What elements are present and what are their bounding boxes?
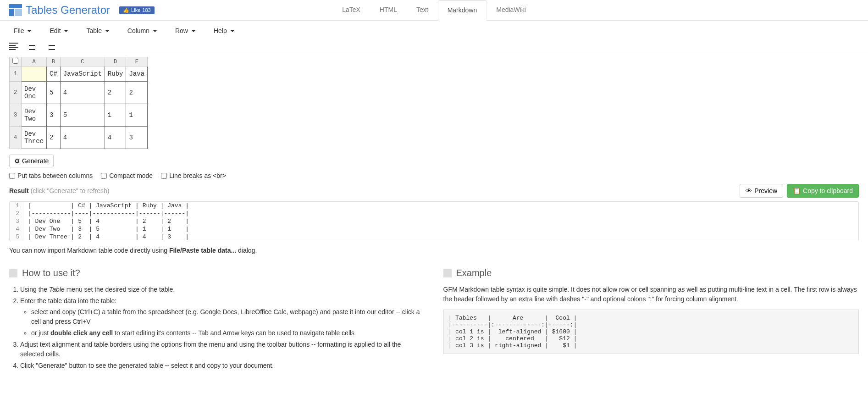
fb-like-button[interactable]: 👍 Like 183 <box>119 6 155 14</box>
compact-checkbox[interactable] <box>101 173 107 179</box>
tab-text[interactable]: Text <box>407 0 438 21</box>
howto-item: Using the Table menu set the desired siz… <box>20 285 425 294</box>
format-tabs: LaTeXHTMLTextMarkdownMediaWiki <box>332 0 536 21</box>
align-center-button[interactable] <box>28 43 37 50</box>
clipboard-icon: 📋 <box>793 187 801 194</box>
svg-rect-0 <box>9 4 22 8</box>
howto-title: How to use it? <box>9 268 425 278</box>
grid-cell[interactable]: 1 <box>126 104 148 127</box>
line-number: 4 <box>10 225 23 233</box>
grid-cell[interactable]: 3 <box>47 104 61 127</box>
grid-cell[interactable]: JavaScript <box>60 66 105 82</box>
preview-button[interactable]: 👁Preview <box>740 184 783 198</box>
caret-down-icon <box>231 30 234 32</box>
br-option[interactable]: Line breaks as <br> <box>161 172 226 179</box>
code-text: | Dev Three | 2 | 4 | 4 | 3 | <box>23 233 194 241</box>
menu-table[interactable]: Table <box>82 24 113 37</box>
align-toolbar <box>0 41 868 52</box>
line-number: 3 <box>10 217 23 225</box>
grid-cell[interactable]: 5 <box>47 82 61 104</box>
compact-option[interactable]: Compact mode <box>101 172 153 179</box>
caret-down-icon <box>192 30 195 32</box>
tabs-option[interactable]: Put tabs between columns <box>9 172 93 179</box>
tabs-checkbox[interactable] <box>9 173 15 179</box>
grid-cell[interactable]: 2 <box>47 127 61 149</box>
grid-cell[interactable]: 2 <box>105 82 126 104</box>
example-code[interactable]: | Tables | Are | Cool | |----------|:---… <box>443 310 859 354</box>
align-left-button[interactable] <box>9 43 18 50</box>
svg-rect-1 <box>9 9 14 16</box>
caret-down-icon <box>153 30 157 32</box>
line-number: 2 <box>10 210 23 217</box>
svg-rect-2 <box>15 9 22 16</box>
br-checkbox[interactable] <box>161 173 167 179</box>
row-header[interactable]: 3 <box>10 104 22 127</box>
align-right-button[interactable] <box>46 43 55 50</box>
caret-down-icon <box>105 30 109 32</box>
eye-icon: 👁 <box>746 187 752 194</box>
row-header[interactable]: 2 <box>10 82 22 104</box>
menu-help[interactable]: Help <box>209 24 239 37</box>
brand[interactable]: Tables Generator <box>9 4 110 17</box>
code-text: | Dev One | 5 | 4 | 2 | 2 | <box>23 217 194 225</box>
grid-cell[interactable]: C# <box>47 66 61 82</box>
col-header[interactable]: E <box>126 57 148 66</box>
grid-cell[interactable]: 4 <box>105 127 126 149</box>
grid-cell[interactable]: Dev One <box>22 82 47 104</box>
howto-item: Click "Generate" button to see the gener… <box>20 361 425 371</box>
grid-cell[interactable]: Dev Two <box>22 104 47 127</box>
brand-title: Tables Generator <box>26 4 110 17</box>
grid-cell[interactable]: 4 <box>60 127 105 149</box>
logo-icon <box>9 4 22 16</box>
result-label: Result (click "Generate" to refresh) <box>9 187 109 194</box>
row-header[interactable]: 1 <box>10 66 22 82</box>
code-text: | Dev Two | 3 | 5 | 1 | 1 | <box>23 225 194 233</box>
howto-subitem: or just double click any cell to start e… <box>31 328 425 338</box>
tab-markdown[interactable]: Markdown <box>438 0 487 21</box>
row-header[interactable]: 4 <box>10 127 22 149</box>
copy-button[interactable]: 📋Copy to clipboard <box>787 184 859 198</box>
caret-down-icon <box>64 30 68 32</box>
grid-cell[interactable]: Ruby <box>105 66 126 82</box>
col-header[interactable]: A <box>22 57 47 66</box>
line-number: 1 <box>10 202 23 210</box>
menu-edit[interactable]: Edit <box>45 24 72 37</box>
menubar: File Edit Table Column Row Help <box>0 21 868 41</box>
caret-down-icon <box>28 30 31 32</box>
example-title: Example <box>443 268 859 278</box>
grid-cell[interactable]: Java <box>126 66 148 82</box>
grid-cell[interactable]: 2 <box>126 82 148 104</box>
col-header[interactable]: C <box>60 57 105 66</box>
code-text: |-----------|----|------------|------|--… <box>23 210 194 217</box>
grid-cell[interactable]: 4 <box>60 82 105 104</box>
menu-file[interactable]: File <box>9 24 36 37</box>
result-code[interactable]: 1| | C# | JavaScript | Ruby | Java |2|--… <box>9 201 859 241</box>
tab-latex[interactable]: LaTeX <box>332 0 370 21</box>
generate-button[interactable]: ⚙ Generate <box>9 155 54 167</box>
grid-cell[interactable]: Dev Three <box>22 127 47 149</box>
import-note: You can now import Markdown table code d… <box>9 247 859 254</box>
example-desc: GFM Markdown table syntax is quite simpl… <box>443 285 859 304</box>
code-text: | | C# | JavaScript | Ruby | Java | <box>23 202 194 210</box>
grid-cell[interactable]: 5 <box>60 104 105 127</box>
thumbs-up-icon: 👍 <box>123 7 129 13</box>
grid-cell[interactable] <box>22 66 47 82</box>
howto-subitem: select and copy (Ctrl+C) a table from th… <box>31 307 425 327</box>
grid-cell[interactable]: 3 <box>126 127 148 149</box>
menu-row[interactable]: Row <box>171 24 200 37</box>
select-all[interactable] <box>10 57 22 66</box>
tab-html[interactable]: HTML <box>370 0 407 21</box>
howto-item: Adjust text alignment and table borders … <box>20 340 425 359</box>
howto-list: Using the Table menu set the desired siz… <box>9 285 425 371</box>
col-header[interactable]: D <box>105 57 126 66</box>
col-header[interactable]: B <box>47 57 61 66</box>
gear-icon: ⚙ <box>14 157 20 165</box>
grid-cell[interactable]: 1 <box>105 104 126 127</box>
howto-item: Enter the table data into the table:sele… <box>20 296 425 338</box>
line-number: 5 <box>10 233 23 241</box>
tab-mediawiki[interactable]: MediaWiki <box>487 0 536 21</box>
menu-column[interactable]: Column <box>123 24 161 37</box>
data-grid[interactable]: ABCDE1C#JavaScriptRubyJava2Dev One54223D… <box>9 57 148 149</box>
